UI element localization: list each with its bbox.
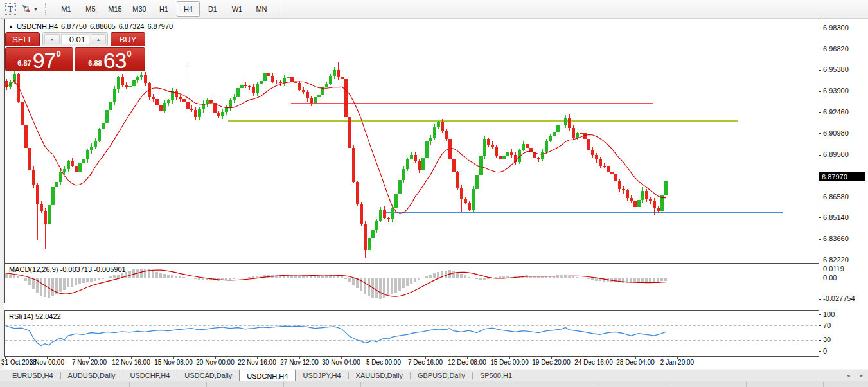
timeframe-button-h4[interactable]: H4 xyxy=(177,1,200,17)
timeframe-button-m1[interactable]: M1 xyxy=(55,1,78,17)
timeframe-button-m5[interactable]: M5 xyxy=(79,1,102,17)
chart-tab-usdchf[interactable]: USDCHF,H4 xyxy=(123,370,177,381)
chart-tab-eurusd[interactable]: EURUSD,H4 xyxy=(5,370,60,381)
dropdown-caret-icon[interactable]: ▼ xyxy=(33,7,38,12)
chart-tab-audusd[interactable]: AUDUSD,Daily xyxy=(61,370,123,381)
tab-scrollers: ◂ ▸ xyxy=(842,370,868,381)
price-axis-label: 6.86580 xyxy=(823,193,849,201)
buy-price-small: 6.88 xyxy=(88,59,102,67)
time-axis-label: 2 Jan 20:00 xyxy=(651,359,703,366)
current-price-badge: 6.87970 xyxy=(819,172,865,181)
arrows-icon xyxy=(21,4,31,14)
timeframe-button-d1[interactable]: D1 xyxy=(201,1,224,17)
tab-list: EURUSD,H4AUDUSD,DailyUSDCHF,H4USDCAD,Dai… xyxy=(5,370,519,381)
chart-tab-xauusd[interactable]: XAUUSD,Daily xyxy=(349,370,410,381)
collapse-panel-icon[interactable]: ▲ xyxy=(8,24,13,30)
volume-increase-button[interactable]: ▴ xyxy=(91,34,106,44)
sell-button[interactable]: SELL xyxy=(5,32,40,46)
volume-down-icon: ▾ xyxy=(51,37,53,42)
header-low: 6.87324 xyxy=(119,22,145,30)
rsi-axis-tick xyxy=(819,340,821,341)
sell-price-big: 97 xyxy=(33,51,56,70)
macd-axis-label: 0.00 xyxy=(823,274,837,282)
timeframe-button-group: M1M5M15M30H1H4D1W1MN xyxy=(54,1,274,17)
price-axis-label: 6.95380 xyxy=(823,66,849,73)
volume-up-icon: ▴ xyxy=(97,37,100,42)
timeframe-button-mn[interactable]: MN xyxy=(250,1,273,17)
crosshair-arrows-button[interactable]: ▼ xyxy=(21,1,39,17)
price-axis-label: 6.82220 xyxy=(823,256,849,264)
rsi-axis-tick xyxy=(819,351,821,352)
rsi-axis-label: 70 xyxy=(823,321,831,329)
price-axis-label: 6.93900 xyxy=(823,87,849,94)
macd-indicator-label: MACD(12,26,9) -0.003713 -0.005901 xyxy=(9,266,126,273)
chart-tab-usdjpy[interactable]: USDJPY,H4 xyxy=(296,370,348,381)
volume-stepper: ▾ 0.01 ▴ xyxy=(42,32,108,46)
chart-tab-usdcad[interactable]: USDCAD,Daily xyxy=(177,370,239,381)
price-axis-tick xyxy=(819,133,821,134)
price-axis-label: 6.96820 xyxy=(823,45,849,53)
price-axis-tick xyxy=(819,155,821,156)
status-segments xyxy=(53,382,824,387)
text-tool-icon: T xyxy=(5,3,16,15)
volume-input[interactable]: 0.01 xyxy=(61,34,89,44)
price-axis-label: 6.90980 xyxy=(823,129,849,137)
rsi-axis-tick xyxy=(819,325,821,326)
chart-ohlc-header: ▲USDCNH,H46.877506.886056.873246.87970 xyxy=(8,22,176,30)
rsi-axis-label: 0 xyxy=(823,347,827,355)
macd-axis-label: 0.0119 xyxy=(823,265,844,273)
price-axis-tick xyxy=(819,260,821,260)
macd-axis-tick xyxy=(819,299,821,300)
price-axis-tick xyxy=(819,49,821,50)
timeframe-button-w1[interactable]: W1 xyxy=(226,1,249,17)
price-axis-tick xyxy=(819,112,821,113)
rsi-indicator-label: RSI(14) 52.0422 xyxy=(9,312,61,320)
macd-axis-tick xyxy=(819,269,821,269)
sell-price-display[interactable]: 6.87 97 0 xyxy=(5,47,73,71)
chart-tab-usdcnh[interactable]: USDCNH,H4 xyxy=(239,370,296,381)
header-close: 6.87970 xyxy=(147,22,173,30)
buy-price-display[interactable]: 6.88 63 0 xyxy=(75,47,145,71)
one-click-trade-panel: SELL ▾ 0.01 ▴ BUY 6.87 97 0 6.88 63 0 xyxy=(5,32,145,71)
mt4-terminal: { "colors": { "candle_up": "#25b825", "c… xyxy=(0,0,868,387)
status-bar xyxy=(0,381,868,387)
price-axis-label: 6.98300 xyxy=(823,24,849,32)
price-axis-tick xyxy=(819,217,821,218)
header-open: 6.87750 xyxy=(61,22,87,30)
top-toolbar: T ▼ M1M5M15M30H1H4D1W1MN xyxy=(0,0,868,19)
sell-price-sup: 0 xyxy=(57,49,61,59)
tab-scroll-right-icon[interactable]: ▸ xyxy=(855,372,868,379)
price-axis-label: 6.92460 xyxy=(823,108,849,116)
rsi-axis-tick xyxy=(819,314,821,315)
price-axis-tick xyxy=(819,91,821,92)
chart-tab-gbpusd[interactable]: GBPUSD,Daily xyxy=(411,370,472,381)
price-axis-label: 6.89500 xyxy=(823,150,849,158)
sell-price-small: 6.87 xyxy=(17,59,31,67)
text-tool-button[interactable]: T xyxy=(2,1,19,17)
price-axis-tick xyxy=(819,28,821,28)
volume-decrease-button[interactable]: ▾ xyxy=(44,34,60,44)
toolbar-grip[interactable] xyxy=(45,3,50,15)
timeframe-button-m30[interactable]: M30 xyxy=(128,1,151,17)
toolbar-separator xyxy=(278,2,278,16)
timeframe-button-h1[interactable]: H1 xyxy=(152,1,175,17)
macd-axis-tick xyxy=(819,278,821,278)
chart-tab-bar: EURUSD,H4AUDUSD,DailyUSDCHF,H4USDCAD,Dai… xyxy=(0,369,868,381)
header-symbol-period: USDCNH,H4 xyxy=(17,22,58,30)
price-axis-tick xyxy=(819,239,821,240)
buy-price-sup: 0 xyxy=(127,49,132,59)
macd-axis-label: -0.027754 xyxy=(823,294,855,302)
header-high: 6.88605 xyxy=(90,22,116,30)
price-axis-label: 6.85140 xyxy=(823,213,849,221)
price-axis-tick xyxy=(819,197,821,197)
chart-tab-sp500[interactable]: SP500,H1 xyxy=(473,370,519,381)
buy-button[interactable]: BUY xyxy=(111,32,145,46)
price-axis-tick xyxy=(819,70,821,71)
buy-price-big: 63 xyxy=(103,51,127,70)
rsi-axis-label: 30 xyxy=(823,336,831,343)
price-axis-label: 6.83660 xyxy=(823,235,849,242)
timeframe-button-m15[interactable]: M15 xyxy=(103,1,127,17)
rsi-axis-label: 100 xyxy=(823,310,835,318)
tab-scroll-left-icon[interactable]: ◂ xyxy=(842,372,855,379)
